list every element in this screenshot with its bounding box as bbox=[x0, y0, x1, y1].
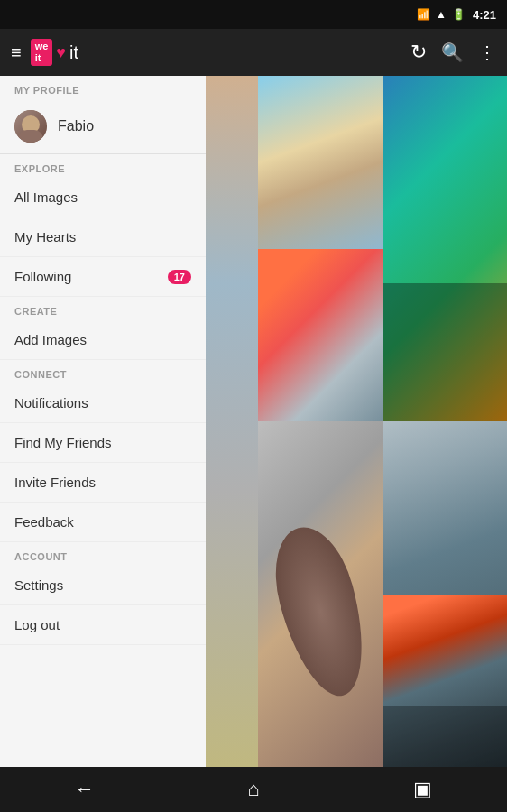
avatar bbox=[14, 110, 47, 143]
sidebar-item-notifications[interactable]: Notifications bbox=[0, 383, 206, 423]
image-sunglasses[interactable] bbox=[383, 76, 507, 421]
more-button[interactable]: ⋮ bbox=[478, 42, 496, 63]
my-hearts-label: My Hearts bbox=[14, 229, 76, 245]
following-badge: 17 bbox=[168, 270, 191, 284]
explore-label: EXPLORE bbox=[0, 154, 206, 178]
sidebar-item-invite-friends[interactable]: Invite Friends bbox=[0, 463, 206, 503]
connect-label: CONNECT bbox=[0, 360, 206, 383]
settings-label: Settings bbox=[14, 577, 63, 593]
logo-we: weit bbox=[31, 39, 53, 66]
logout-label: Log out bbox=[14, 617, 60, 632]
bottom-nav-bar: ← ⌂ ▣ bbox=[0, 767, 507, 812]
antenna-icon: 📶 bbox=[417, 8, 430, 21]
sidebar-item-following[interactable]: Following 17 bbox=[0, 257, 206, 297]
image-turtle[interactable] bbox=[258, 421, 383, 767]
add-images-label: Add Images bbox=[14, 332, 87, 347]
status-icons: 📶 ▲ 🔋 bbox=[417, 8, 466, 21]
hamburger-button[interactable]: ≡ bbox=[11, 42, 22, 63]
app-header: ≡ weit ♥ it ↻ 🔍 ⋮ bbox=[0, 29, 507, 76]
logo-heart-icon: ♥ bbox=[56, 43, 66, 62]
sidebar-item-settings[interactable]: Settings bbox=[0, 566, 206, 605]
account-label: ACCOUNT bbox=[0, 542, 206, 566]
sidebar-item-logout[interactable]: Log out bbox=[0, 605, 206, 645]
all-images-label: All Images bbox=[14, 189, 78, 205]
notifications-label: Notifications bbox=[14, 395, 88, 411]
create-label: CREATE bbox=[0, 297, 206, 320]
sidebar: MY PROFILE Fabio EXPLORE All Images My H… bbox=[0, 76, 206, 767]
main-area: MY PROFILE Fabio EXPLORE All Images My H… bbox=[0, 76, 507, 767]
battery-icon: 🔋 bbox=[452, 8, 466, 21]
image-beach-side[interactable] bbox=[258, 249, 383, 422]
profile-name: Fabio bbox=[58, 118, 94, 134]
header-left: ≡ weit ♥ it bbox=[11, 39, 78, 66]
content-grid bbox=[258, 76, 507, 767]
invite-friends-label: Invite Friends bbox=[14, 475, 96, 490]
status-bar: 📶 ▲ 🔋 4:21 bbox=[0, 0, 507, 29]
header-actions: ↻ 🔍 ⋮ bbox=[410, 41, 496, 64]
image-beach-top[interactable] bbox=[258, 76, 383, 249]
sidebar-item-feedback[interactable]: Feedback bbox=[0, 503, 206, 542]
avatar-image bbox=[14, 110, 47, 143]
logo-it: it bbox=[69, 42, 78, 63]
avatar-body bbox=[18, 130, 43, 143]
profile-section[interactable]: Fabio bbox=[0, 99, 206, 154]
status-time: 4:21 bbox=[473, 8, 496, 22]
back-button[interactable]: ← bbox=[58, 771, 112, 807]
sidebar-item-all-images[interactable]: All Images bbox=[0, 178, 206, 217]
left-strip-images bbox=[206, 76, 258, 767]
refresh-button[interactable]: ↻ bbox=[410, 41, 427, 64]
find-friends-label: Find My Friends bbox=[14, 435, 112, 450]
profile-item: Fabio bbox=[14, 110, 191, 143]
following-label: Following bbox=[14, 269, 71, 284]
home-button[interactable]: ⌂ bbox=[226, 771, 281, 807]
sidebar-item-add-images[interactable]: Add Images bbox=[0, 320, 206, 360]
image-mountain[interactable] bbox=[383, 595, 507, 768]
sidebar-item-find-friends[interactable]: Find My Friends bbox=[0, 423, 206, 463]
app-logo: weit ♥ it bbox=[31, 39, 78, 66]
recents-button[interactable]: ▣ bbox=[395, 771, 449, 807]
my-profile-label: MY PROFILE bbox=[0, 76, 206, 99]
search-button[interactable]: 🔍 bbox=[441, 42, 464, 63]
sidebar-item-my-hearts[interactable]: My Hearts bbox=[0, 217, 206, 257]
image-ocean-bird[interactable] bbox=[383, 421, 507, 595]
wifi-icon: ▲ bbox=[436, 8, 447, 21]
feedback-label: Feedback bbox=[14, 514, 74, 530]
